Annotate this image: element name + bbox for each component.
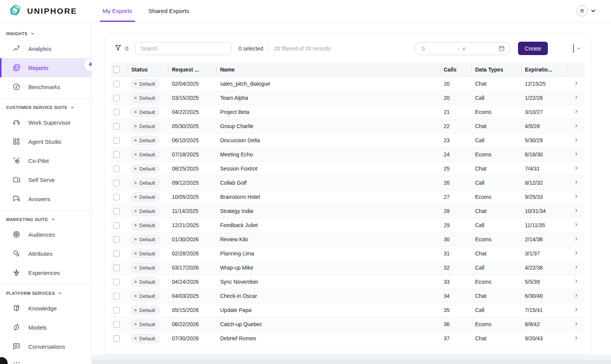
row-checkbox[interactable] [113, 293, 120, 299]
more-chevron-down-icon[interactable] [576, 46, 582, 51]
table-row[interactable]: Default 02/28/2026 Planning Lima 31 Chat… [111, 247, 585, 261]
table-row[interactable]: Default 07/18/2025 Meeting Echo 24 Ecoms… [111, 148, 585, 162]
chevron-right-icon[interactable] [573, 292, 579, 300]
table-row[interactable]: Default 03/15/2025 Team Alpha 20 Call 1/… [111, 91, 585, 105]
column-header-status[interactable]: Status [127, 62, 168, 76]
table-row[interactable]: Default 05/30/2025 Group Charlie 22 Chat… [111, 119, 585, 133]
calendar-icon[interactable] [498, 45, 505, 52]
sidebar-section-header[interactable]: MARKETING SUITE [0, 212, 91, 225]
sidebar-item-benchmarks[interactable]: Benchmarks [0, 77, 91, 96]
row-checkbox[interactable] [113, 109, 120, 115]
request-date-cell: 10/05/2025 [168, 194, 216, 200]
chevron-right-icon[interactable] [573, 250, 579, 257]
sidebar-item-conversations[interactable]: Conversations [0, 337, 91, 356]
sidebar-item-reports[interactable]: PDFReports [0, 58, 91, 77]
chevron-right-icon[interactable] [573, 321, 579, 328]
column-header-name[interactable]: Name [216, 62, 440, 76]
chevron-right-icon[interactable] [573, 137, 579, 144]
row-checkbox-cell [111, 321, 127, 328]
sidebar-section-header[interactable]: CUSTOMER SERVICE SUITE [0, 100, 91, 113]
chevron-right-icon[interactable] [573, 80, 579, 88]
row-checkbox[interactable] [113, 321, 120, 328]
row-checkbox[interactable] [113, 335, 120, 342]
select-all-checkbox[interactable] [113, 66, 120, 73]
chevron-right-icon[interactable] [573, 236, 579, 243]
sidebar-item-audiences[interactable]: Audiences [0, 225, 91, 244]
row-checkbox[interactable] [113, 236, 120, 243]
row-checkbox[interactable] [113, 250, 120, 257]
sidebar-item-agent-studio[interactable]: Agent Studio [0, 132, 91, 151]
tab-shared-exports[interactable]: Shared Exports [147, 0, 191, 22]
table-row[interactable]: Default 04/22/2025 Project Beta 21 Ecoms… [111, 105, 585, 119]
table-row[interactable]: Default 03/17/2026 Wrap-up Mike 32 Call … [111, 261, 585, 275]
chevron-right-icon[interactable] [573, 109, 579, 116]
chevron-right-icon[interactable] [573, 307, 579, 314]
column-header-expiration[interactable]: Expiratio... [521, 62, 568, 76]
chevron-right-icon[interactable] [573, 151, 579, 158]
table-row[interactable]: Default 10/05/2025 Brainstorm Hotel 27 E… [111, 190, 585, 204]
chevron-right-icon[interactable] [573, 123, 579, 130]
row-checkbox[interactable] [113, 194, 120, 200]
filter-button[interactable]: 0 [114, 44, 128, 53]
table-row[interactable]: Default 12/21/2025 Feedback Juliet 29 Ca… [111, 218, 585, 232]
table-row[interactable]: Default 06/10/2025 Discussion Delta 23 C… [111, 133, 585, 148]
chevron-right-icon[interactable] [573, 193, 579, 201]
row-checkbox[interactable] [113, 222, 120, 229]
request-date-cell: 03/17/2026 [168, 265, 216, 271]
sidebar-item-experiences[interactable]: Experiences [0, 263, 91, 282]
chevron-right-icon[interactable] [573, 264, 579, 271]
tab-my-exports[interactable]: My Exports [101, 0, 134, 22]
chevron-right-icon[interactable] [573, 165, 579, 172]
row-checkbox[interactable] [113, 265, 120, 271]
sidebar-item-attributes[interactable]: Attributes [0, 244, 91, 263]
table-row[interactable]: Default 06/22/2026 Catch-up Quebec 36 Ec… [111, 317, 585, 332]
horizontal-scrollbar[interactable] [92, 360, 611, 364]
column-header-data-types[interactable]: Data Types [471, 62, 521, 76]
table-row[interactable]: Default 05/15/2026 Update Papa 35 Call 7… [111, 303, 585, 317]
table-row[interactable]: Default 01/30/2026 Review Kilo 30 Ecoms … [111, 232, 585, 247]
sidebar-item-models[interactable]: Models [0, 318, 91, 337]
chevron-right-icon[interactable] [573, 179, 579, 187]
user-menu-chevron-down-icon[interactable] [590, 8, 596, 14]
data-types-cell: Call [471, 95, 521, 101]
table-row[interactable]: Default 07/30/2026 Debrief Romeo 37 Chat… [111, 332, 585, 346]
table-row[interactable]: Default 04/03/2025 Check-in Oscar 34 Cha… [111, 289, 585, 303]
row-checkbox[interactable] [113, 208, 120, 214]
row-checkbox[interactable] [113, 123, 120, 130]
table-row[interactable]: Default 08/25/2025 Session Foxtrot 25 Ch… [111, 162, 585, 176]
sidebar-item-knowledge[interactable]: Knowledge [0, 299, 91, 318]
column-header-calls[interactable]: Calls [440, 62, 471, 76]
chevron-right-icon[interactable] [573, 335, 579, 342]
avatar[interactable]: R [577, 5, 588, 16]
row-checkbox[interactable] [113, 307, 120, 314]
chevron-right-icon[interactable] [573, 222, 579, 229]
search-input[interactable] [135, 42, 232, 55]
row-checkbox[interactable] [113, 166, 120, 172]
sidebar-item-self-serve[interactable]: Self Serve [0, 170, 91, 189]
chevron-right-icon[interactable] [573, 278, 579, 286]
sidebar-item-co-pilot[interactable]: Co-Pilot [0, 151, 91, 170]
create-button[interactable]: Create [518, 42, 548, 55]
table-row[interactable]: Default 09/12/2025 Collab Golf 26 Call 8… [111, 176, 585, 190]
table-row[interactable]: Default 04/24/2026 Sync November 33 Ecom… [111, 275, 585, 289]
chevron-right-icon[interactable] [573, 208, 579, 215]
sidebar-section-header[interactable]: INSIGHTS [0, 26, 91, 39]
sidebar-item-analytics[interactable]: Analytics [0, 39, 91, 58]
sidebar-section-header[interactable]: PLATFORM SERVICES [0, 286, 91, 299]
column-header-request-date[interactable]: Request ... [168, 62, 216, 76]
row-checkbox[interactable] [113, 81, 120, 87]
date-range-picker[interactable]: S - e [415, 42, 510, 55]
table-row[interactable]: Default 02/04/2025 sales_pitch_dialogue … [111, 77, 585, 91]
sidebar-item-data[interactable]: Data [0, 356, 91, 364]
chevron-right-icon[interactable] [573, 94, 579, 102]
sidebar-item-answers[interactable]: Answers [0, 189, 91, 208]
date-range-end[interactable]: e [462, 46, 466, 52]
row-checkbox[interactable] [113, 279, 120, 285]
date-range-start[interactable]: S [421, 46, 425, 52]
row-checkbox[interactable] [113, 95, 120, 101]
row-checkbox[interactable] [113, 137, 120, 144]
sidebar-item-work-supervisor[interactable]: Work Supervisor [0, 113, 91, 132]
table-row[interactable]: Default 11/14/2025 Strategy India 28 Cha… [111, 204, 585, 218]
row-checkbox[interactable] [113, 151, 120, 158]
row-checkbox[interactable] [113, 180, 120, 186]
